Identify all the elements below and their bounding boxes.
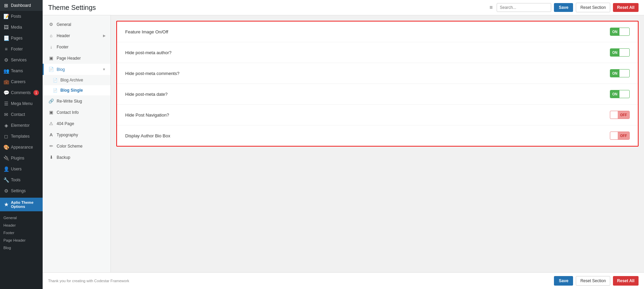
sidebar-item-pages[interactable]: 📃 Pages: [0, 33, 43, 44]
sidebar-item-services[interactable]: ⚙ Services: [0, 55, 43, 65]
theme-nav-footer[interactable]: ↓ Footer: [43, 41, 111, 52]
plugins-icon: 🔌: [3, 155, 9, 161]
sidebar-item-aplio-theme[interactable]: ★ Aplio Theme Options: [0, 198, 43, 211]
theme-nav-blog[interactable]: 📄 Blog ▼: [43, 64, 111, 75]
feature-image-toggle[interactable]: ON: [610, 28, 630, 36]
reset-section-button[interactable]: Reset Section: [576, 3, 610, 12]
theme-nav-typography[interactable]: A Typography: [43, 129, 111, 140]
media-icon: 🖼: [3, 25, 9, 30]
aplio-sub-menu: General Header Footer Page Header Blog: [0, 211, 43, 254]
theme-nav-blog-archive[interactable]: 📄 Blog Archive: [43, 75, 111, 85]
backup-icon: ⬇: [48, 155, 54, 160]
aplio-theme-icon: ★: [3, 202, 9, 207]
sidebar-item-dashboard[interactable]: ⊞ Dashboard: [0, 0, 43, 11]
pages-icon: 📃: [3, 35, 9, 41]
sidebar-item-posts[interactable]: 📝 Posts: [0, 11, 43, 22]
theme-nav-color-scheme[interactable]: ✏ Color Scheme: [43, 140, 111, 152]
hide-navigation-label: Hide Post Navigation?: [125, 112, 603, 118]
reset-section-button-bottom[interactable]: Reset Section: [576, 276, 610, 286]
toggle-knob-2: [620, 49, 626, 56]
typography-icon: A: [48, 132, 54, 137]
save-button-bottom[interactable]: Save: [554, 276, 573, 286]
hide-comments-toggle[interactable]: ON: [610, 69, 630, 77]
sidebar-item-appearance[interactable]: 🎨 Appearance: [0, 142, 43, 153]
toggle-knob-3: [620, 70, 626, 76]
sidebar-item-footer[interactable]: ≡ Footer: [0, 44, 43, 55]
users-icon: 👤: [3, 166, 9, 172]
feature-image-toggle-wrap: ON: [610, 28, 630, 36]
toggle-off-label: OFF: [618, 111, 629, 119]
toggle-on-label-4: ON: [610, 90, 619, 98]
theme-nav-backup[interactable]: ⬇ Backup: [43, 152, 111, 163]
theme-nav-blog-single[interactable]: 📄 Blog Single: [43, 85, 111, 95]
hide-date-toggle-wrap: ON: [610, 90, 630, 98]
sub-item-blog[interactable]: Blog: [0, 244, 43, 252]
toggle-on-label-2: ON: [610, 49, 619, 56]
sidebar-item-contact[interactable]: ✉ Contact: [0, 109, 43, 120]
header-nav-icon: ⌂: [48, 33, 54, 38]
sidebar-item-mega-menu[interactable]: ☰ Mega Menu: [0, 98, 43, 109]
sidebar-item-plugins[interactable]: 🔌 Plugins: [0, 153, 43, 164]
sidebar-item-tools[interactable]: 🔧 Tools: [0, 174, 43, 185]
sidebar-item-templates[interactable]: ◻ Templates: [0, 131, 43, 142]
list-icon[interactable]: ≡: [489, 4, 493, 11]
templates-icon: ◻: [3, 134, 9, 139]
setting-row-author-bio: Display Author Bio Box OFF: [117, 125, 638, 146]
theme-nav-404[interactable]: ⚠ 404 Page: [43, 118, 111, 129]
author-bio-toggle-wrap: OFF: [610, 132, 630, 140]
theme-nav-general[interactable]: ⚙ General: [43, 19, 111, 30]
elementor-icon: ◈: [3, 123, 9, 128]
dashboard-icon: ⊞: [3, 3, 9, 8]
sub-item-general[interactable]: General: [0, 214, 43, 222]
blog-single-icon: 📄: [53, 88, 58, 93]
theme-nav-rewrite-slug[interactable]: 🔗 Re-Write Slug: [43, 95, 111, 107]
setting-row-hide-navigation: Hide Post Navigation? OFF: [117, 105, 638, 125]
teams-icon: 👥: [3, 68, 9, 74]
footer-credit: Thank you for creating with Codestar Fra…: [48, 279, 129, 283]
blog-archive-icon: 📄: [53, 78, 58, 82]
404-icon: ⚠: [48, 121, 54, 126]
toggle-knob-5: [611, 112, 617, 118]
posts-icon: 📝: [3, 14, 9, 19]
mega-menu-icon: ☰: [3, 101, 9, 106]
services-icon: ⚙: [3, 57, 9, 63]
sidebar-item-media[interactable]: 🖼 Media: [0, 22, 43, 33]
sub-item-header[interactable]: Header: [0, 222, 43, 229]
footer-actions: Save Reset Section Reset All: [554, 276, 639, 286]
theme-nav-page-header[interactable]: ▣ Page Header: [43, 52, 111, 64]
sidebar-item-teams[interactable]: 👥 Teams: [0, 65, 43, 76]
sidebar-item-careers[interactable]: 💼 Careers: [0, 76, 43, 87]
sidebar-item-elementor[interactable]: ◈ Elementor: [0, 120, 43, 131]
toggle-on-label: ON: [610, 28, 619, 35]
author-bio-toggle[interactable]: OFF: [610, 132, 630, 140]
search-input[interactable]: [497, 3, 551, 12]
contact-info-icon: ▣: [48, 110, 54, 115]
hide-comments-toggle-wrap: ON: [610, 69, 630, 77]
footer-icon: ≡: [3, 46, 9, 52]
reset-all-button[interactable]: Reset All: [613, 3, 639, 12]
reset-all-button-bottom[interactable]: Reset All: [613, 276, 639, 286]
sidebar-item-comments[interactable]: 💬 Comments 1: [0, 87, 43, 98]
theme-nav-contact-info[interactable]: ▣ Contact Info: [43, 107, 111, 118]
hide-navigation-toggle[interactable]: OFF: [610, 111, 630, 119]
toggle-off-label-2: OFF: [618, 132, 629, 139]
careers-icon: 💼: [3, 79, 9, 85]
setting-row-feature-image: Feature Image On/Off ON: [117, 21, 638, 42]
toggle-knob-6: [611, 133, 617, 139]
theme-nav-header[interactable]: ⌂ Header ▶: [43, 30, 111, 41]
sub-item-footer[interactable]: Footer: [0, 229, 43, 237]
sidebar-item-settings[interactable]: ⚙ Settings: [0, 185, 43, 196]
sidebar-item-users[interactable]: 👤 Users: [0, 164, 43, 174]
hide-date-toggle[interactable]: ON: [610, 90, 630, 98]
setting-row-hide-author: Hide post-meta author? ON: [117, 42, 638, 63]
rewrite-slug-icon: 🔗: [48, 98, 54, 104]
save-button[interactable]: Save: [554, 3, 573, 12]
panel-footer: Thank you for creating with Codestar Fra…: [43, 272, 644, 289]
footer-nav-icon: ↓: [48, 44, 54, 49]
toggle-knob: [620, 29, 626, 35]
setting-row-hide-date: Hide post-meta date? ON: [117, 84, 638, 105]
contact-icon: ✉: [3, 112, 9, 117]
hide-author-toggle[interactable]: ON: [610, 48, 630, 57]
content-area: ⚙ General ⌂ Header ▶ ↓ Footer ▣ Page Hea…: [43, 15, 644, 272]
sub-item-page-header[interactable]: Page Header: [0, 237, 43, 244]
